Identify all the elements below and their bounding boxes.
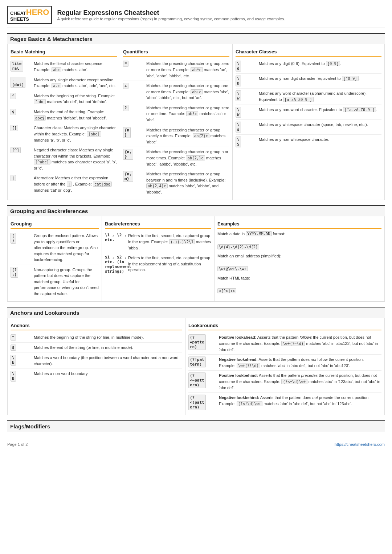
regex-basics-grid: Basic Matching literal Matches the liter… <box>7 44 385 200</box>
key-negcharclass: [^] <box>11 147 32 153</box>
key-posla: (?=pattern) <box>188 334 217 350</box>
entry-noncapture: (?:) Non-capturing group. Groups the pat… <box>11 265 99 299</box>
grouping-grid: Grouping () Groups the enclosed pattern.… <box>7 216 385 302</box>
key-curly-nm: {n,m} <box>123 171 145 182</box>
key-dollar: $ <box>11 109 32 115</box>
desc-digit: Matches any digit (0-9). Equivalent to [… <box>259 61 381 67</box>
desc-anchor-caret: Matches the beginning of the string (or … <box>34 334 182 341</box>
entry-space: \s Matches any whitespace character (spa… <box>236 120 381 135</box>
anchors-grid: Anchors ^ Matches the beginning of the s… <box>7 318 385 415</box>
key-curly-n: {n} <box>123 127 145 138</box>
lookarounds-header: Lookarounds <box>188 321 381 330</box>
entry-negla: (?!pattern) Negative lookahead: Asserts … <box>188 355 381 371</box>
key-poslb: (?<=pattern) <box>188 372 217 388</box>
entry-question: ? Matches the preceding character or gro… <box>123 103 229 125</box>
key-group: () <box>11 233 32 244</box>
entry-curly-nm: {n,m} Matches the preceding character or… <box>123 169 229 197</box>
key-negla: (?!pattern) <box>188 357 217 367</box>
desc-plus: Matches the preceding character or group… <box>146 83 229 101</box>
key-digit: \d <box>236 61 257 72</box>
key-anchor-dollar: $ <box>11 345 32 351</box>
key-question: ? <box>123 105 145 111</box>
entry-poslb: (?<=pattern) Positive lookbehind: Assert… <box>188 371 381 393</box>
key-noncapture: (?:) <box>11 267 32 278</box>
basic-matching-header: Basic Matching <box>11 47 117 57</box>
page-subtitle: A quick reference guide to regular expre… <box>57 17 285 21</box>
logo: CHEAT HERO SHEETS <box>7 6 52 24</box>
entry-star: * Matches the preceding character or gro… <box>123 59 229 81</box>
footer-url[interactable]: https://cheatsheetshero.com <box>335 442 385 447</box>
desc-charclass: Character class: Matches any single char… <box>34 125 117 143</box>
key-nondigit: \D <box>236 76 257 86</box>
entry-curly-n: {n} Matches the preceding character or g… <box>123 125 229 147</box>
entry-anchor-caret: ^ Matches the beginning of the string (o… <box>11 333 182 343</box>
key-charclass: [] <box>11 125 32 131</box>
desc-curly-nm: Matches the preceding character or group… <box>146 171 229 195</box>
key-anchor-caret: ^ <box>11 334 32 341</box>
desc-anchor-wb-neg: Matches a non-word boundary. <box>34 371 182 377</box>
entry-anchor-dollar: $ Matches the end of the string (or line… <box>11 343 182 353</box>
entry-anchor-wb: \b Matches a word boundary (the position… <box>11 353 182 369</box>
desc-dot: Matches any single character except newl… <box>34 77 117 89</box>
desc-star: Matches the preceding character or group… <box>146 61 229 79</box>
key-nonspace: \S <box>236 137 257 147</box>
basic-matching-panel: Basic Matching literal Matches the liter… <box>8 44 120 200</box>
desc-curly-n-min: Matches the preceding character or group… <box>146 149 229 167</box>
desc-nondigit: Matches any non-digit character. Equival… <box>259 76 381 82</box>
example-date: Match a date in YYYY-MM-DD format: \d{4}… <box>217 231 381 250</box>
example-email: Match an email address (simplified): \w+… <box>217 253 381 272</box>
key-plus: + <box>123 83 145 89</box>
logo-hero: HERO <box>26 8 49 17</box>
key-star: * <box>123 61 145 67</box>
entry-word: \w Matches any word character (alphanume… <box>236 89 381 105</box>
logo-cheat: CHEAT <box>10 11 26 16</box>
examples-header: Examples <box>217 219 381 229</box>
key-backref1: \1 , \2 , etc. <box>105 233 127 242</box>
page-title: Regular Expressions Cheatsheet <box>57 9 285 17</box>
page-header: CHEAT HERO SHEETS Regular Expressions Ch… <box>7 6 385 28</box>
key-neglb: (?<!pattern) <box>188 395 217 410</box>
backreferences-header: Backreferences <box>105 219 211 229</box>
desc-literal: Matches the literal character sequence.E… <box>34 61 117 73</box>
example-html: Match HTML tags: <[^>]+> <box>217 275 381 294</box>
key-pipe: | <box>11 175 32 181</box>
entry-backref2: $1 , $2 , etc. (in replacement strings) … <box>105 253 211 276</box>
entry-pipe: | Alternation: Matches either the expres… <box>11 173 117 195</box>
entry-nonspace: \S Matches any non-whitespace character. <box>236 135 381 149</box>
desc-word: Matches any word character (alphanumeric… <box>259 90 381 102</box>
entry-nondigit: \D Matches any non-digit character. Equi… <box>236 74 381 89</box>
quantifiers-header: Quantifiers <box>123 47 229 57</box>
grouping-header: Grouping <box>11 219 99 229</box>
key-caret: ^ <box>11 93 32 99</box>
entry-digit: \d Matches any digit (0-9). Equivalent t… <box>236 59 381 74</box>
key-curly-n-min: {n,} <box>123 149 145 160</box>
section-flags: Flags/Modifiers <box>7 420 385 432</box>
entry-curly-n-min: {n,} Matches the preceding character or … <box>123 147 229 169</box>
desc-poslb: Positive lookbehind: Asserts that the pa… <box>219 372 381 391</box>
entry-negcharclass: [^] Negated character class: Matches any… <box>11 145 117 173</box>
desc-curly-n: Matches the preceding character or group… <box>146 127 229 145</box>
entry-backref1: \1 , \2 , etc. Refers to the first, seco… <box>105 231 211 253</box>
key-literal: literal <box>11 61 32 72</box>
key-backref2: $1 , $2 , etc. (in replacement strings) <box>105 255 127 274</box>
section-anchors: Anchors and Lookarounds <box>7 307 385 318</box>
key-anchor-wb-neg: \B <box>11 371 32 382</box>
desc-anchor-dollar: Matches the end of the string (or line, … <box>34 345 182 351</box>
desc-dollar: Matches the end of the string. Example: … <box>34 109 117 121</box>
quantifiers-panel: Quantifiers * Matches the preceding char… <box>120 44 233 200</box>
key-dot: .(dot) <box>11 77 32 88</box>
entry-charclass: [] Character class: Matches any single c… <box>11 123 117 145</box>
grouping-panel: Grouping () Groups the enclosed pattern.… <box>8 216 102 301</box>
desc-noncapture: Non-capturing group. Groups the pattern … <box>34 267 99 297</box>
desc-anchor-wb: Matches a word boundary (the position be… <box>34 355 182 367</box>
desc-neglb: Negative lookbehind: Asserts that the pa… <box>219 395 381 407</box>
key-nonword: \W <box>236 107 257 118</box>
examples-panel: Examples Match a date in YYYY-MM-DD form… <box>215 216 384 301</box>
entry-plus: + Matches the preceding character or gro… <box>123 81 229 103</box>
desc-question: Matches the preceding character or group… <box>146 105 229 123</box>
char-classes-header: Character Classes <box>236 47 381 57</box>
anchors-panel: Anchors ^ Matches the beginning of the s… <box>8 318 185 415</box>
entry-dollar: $ Matches the end of the string. Example… <box>11 107 117 123</box>
anchors-header: Anchors <box>11 321 182 330</box>
entry-neglb: (?<!pattern) Negative lookbehind: Assert… <box>188 393 381 412</box>
